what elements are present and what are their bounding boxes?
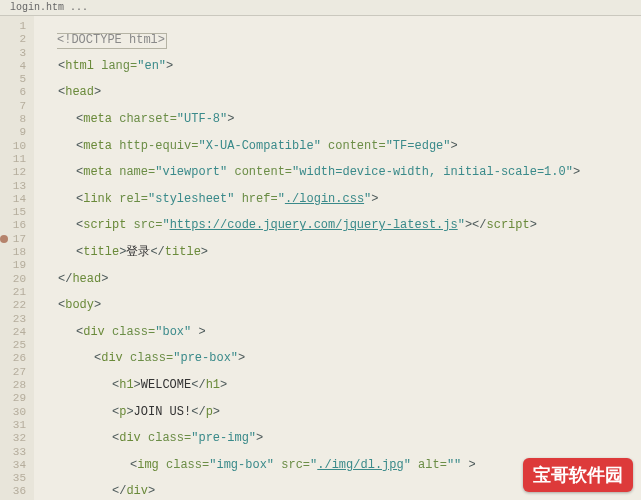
line-number: 28 <box>0 379 26 392</box>
line-number: 31 <box>0 419 26 432</box>
line-number: 33 <box>0 446 26 459</box>
line-number: 27 <box>0 366 26 379</box>
line-number: 8 <box>0 113 26 126</box>
line-number: 9 <box>0 126 26 139</box>
tab-breadcrumb: ... <box>70 2 88 13</box>
line-number: 29 <box>0 392 26 405</box>
line-number: 21 <box>0 286 26 299</box>
line-number: 11 <box>0 153 26 166</box>
line-number: 2 <box>0 33 26 46</box>
line-number: 24 <box>0 326 26 339</box>
tab-bar: login.htm ... <box>0 0 641 16</box>
line-number: 10 <box>0 140 26 153</box>
file-tab[interactable]: login.htm ... <box>4 2 94 13</box>
line-number: 34 <box>0 459 26 472</box>
line-number: 25 <box>0 339 26 352</box>
line-number: 18 <box>0 246 26 259</box>
line-number: 5 <box>0 73 26 86</box>
editor: 1 2 3 4 5 6 7 8 9 10 11 12 13 14 15 16 1… <box>0 16 641 500</box>
tab-filename: login.htm <box>10 2 64 13</box>
line-number: 36 <box>0 485 26 498</box>
line-number: 13 <box>0 180 26 193</box>
line-number: 30 <box>0 406 26 419</box>
bookmark-icon[interactable] <box>0 235 8 243</box>
line-number: 35 <box>0 472 26 485</box>
line-number: 4 <box>0 60 26 73</box>
code-area[interactable]: <!DOCTYPE html> <html lang="en"> <head> … <box>34 16 641 500</box>
line-number: 22 <box>0 299 26 312</box>
line-number: 26 <box>0 352 26 365</box>
line-number: 14 <box>0 193 26 206</box>
line-number: 19 <box>0 259 26 272</box>
gutter: 1 2 3 4 5 6 7 8 9 10 11 12 13 14 15 16 1… <box>0 16 34 500</box>
line-number: 6 <box>0 86 26 99</box>
watermark-badge: 宝哥软件园 <box>523 458 633 492</box>
line-number: 12 <box>0 166 26 179</box>
line-number: 32 <box>0 432 26 445</box>
line-number: 3 <box>0 47 26 60</box>
line-number: 7 <box>0 100 26 113</box>
line-number: 16 <box>0 219 26 232</box>
line-number: 20 <box>0 273 26 286</box>
line-number: 1 <box>0 20 26 33</box>
line-number: 15 <box>0 206 26 219</box>
line-number: 23 <box>0 313 26 326</box>
